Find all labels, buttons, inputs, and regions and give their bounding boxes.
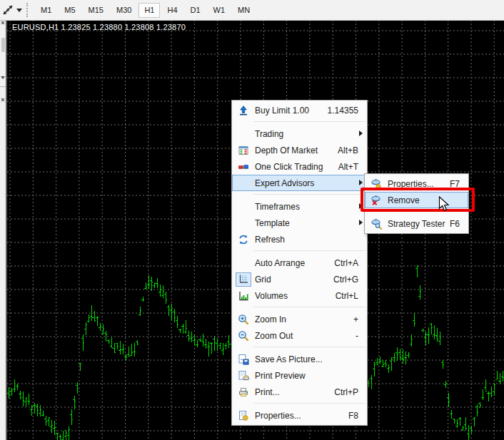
menu-item-label: Buy Limit 1.00: [253, 106, 309, 116]
close-icon[interactable]: ×: [0, 97, 6, 103]
one-click-trading-icon: [233, 161, 253, 173]
toolbar-grip[interactable]: [26, 3, 30, 17]
menu-separator: [386, 211, 467, 212]
print-icon: [233, 387, 253, 398]
chevron-down-icon[interactable]: [1, 76, 5, 79]
menu-item-label: Template: [253, 218, 290, 228]
menu-item-label: Volumes: [253, 291, 288, 301]
menu-item-depth-of-market[interactable]: Depth Of Market Alt+B: [232, 142, 367, 158]
menu-item-shortcut: Ctrl+G: [333, 275, 366, 285]
menu-item-volumes[interactable]: Volumes Ctrl+L: [232, 287, 367, 304]
timeframe-button-w1[interactable]: W1: [208, 3, 231, 18]
buy-limit-icon: [233, 105, 253, 116]
menu-item-value: 1.14355: [328, 106, 366, 116]
menu-separator: [253, 347, 366, 347]
close-icon[interactable]: ×: [0, 20, 6, 26]
ea-tester-icon: [366, 218, 386, 230]
menu-item-shortcut: -: [356, 331, 366, 341]
menu-item-label: Save As Picture...: [253, 354, 323, 364]
zoom-in-icon: [233, 314, 253, 325]
grid-icon: [238, 274, 249, 285]
menu-item-timeframes[interactable]: Timeframes: [232, 198, 367, 215]
menu-item-template[interactable]: Template: [232, 215, 367, 231]
ea-remove-icon: [366, 195, 386, 206]
line-tool-button[interactable]: [0, 3, 25, 17]
expert-advisors-submenu: Properties... F7 Remove Strategy Tester …: [364, 173, 469, 234]
menu-item-label: Grid: [253, 275, 271, 285]
menu-item-expert-advisors[interactable]: Expert Advisors: [232, 175, 367, 191]
menu-item-label: Properties...: [253, 411, 301, 421]
timeframe-button-h1[interactable]: H1: [138, 3, 160, 18]
menu-item-label: Trading: [253, 129, 283, 139]
menu-item-shortcut: Ctrl+L: [336, 291, 366, 301]
chevron-down-icon[interactable]: [16, 9, 22, 12]
submenu-arrow-icon: [359, 220, 363, 225]
menu-separator: [253, 307, 366, 307]
menu-item-save-as-picture[interactable]: Save As Picture...: [232, 351, 367, 367]
checked-icon-frame: [236, 272, 251, 287]
timeframes-toolbar: M1 M5 M15 M30 H1 H4 D1 W1 MN: [0, 0, 504, 21]
menu-separator: [253, 194, 366, 195]
menu-item-label: Print...: [253, 387, 280, 397]
menu-item-label: One Click Trading: [253, 162, 323, 172]
menu-item-zoom-in[interactable]: Zoom In +: [232, 311, 367, 327]
menu-item-label: Refresh: [253, 235, 285, 245]
chart-title: EURUSD,H1 1.23825 1.23880 1.23808 1.2387…: [12, 23, 186, 31]
save-as-picture-icon: [233, 354, 253, 365]
docked-panel-edge: × ×: [0, 20, 7, 440]
menu-item-shortcut: Ctrl+A: [334, 258, 366, 268]
zoom-out-icon: [233, 330, 253, 342]
submenu-arrow-icon: [359, 180, 363, 185]
refresh-icon: [233, 234, 253, 245]
rail-scroll-thumb[interactable]: [1, 38, 5, 52]
submenu-item-ea-remove[interactable]: Remove: [365, 192, 468, 208]
timeframe-button-m5[interactable]: M5: [59, 3, 81, 18]
menu-item-shortcut: F8: [348, 411, 366, 421]
menu-item-shortcut: Alt+B: [338, 145, 366, 155]
menu-item-shortcut: +: [353, 314, 366, 324]
app-window: M1 M5 M15 M30 H1 H4 D1 W1 MN × × EURUSD,…: [0, 0, 504, 440]
menu-item-label: Remove: [386, 195, 420, 205]
menu-item-label: Zoom Out: [253, 331, 293, 341]
timeframe-button-m15[interactable]: M15: [83, 3, 109, 18]
grid-icon-checked: [233, 272, 253, 287]
timeframe-button-h4[interactable]: H4: [161, 3, 183, 18]
menu-item-one-click-trading[interactable]: One Click Trading Alt+T: [232, 158, 367, 175]
menu-item-print-preview[interactable]: Print Preview: [232, 367, 367, 384]
timeframe-button-mn[interactable]: MN: [232, 3, 256, 18]
submenu-arrow-icon: [359, 131, 363, 136]
menu-item-label: Timeframes: [253, 202, 300, 212]
submenu-item-strategy-tester[interactable]: Strategy Tester F6: [365, 215, 468, 232]
timeframe-button-d1[interactable]: D1: [185, 3, 206, 18]
menu-separator: [253, 121, 366, 122]
properties-icon: [233, 410, 253, 421]
menu-item-label: Strategy Tester: [386, 219, 445, 229]
depth-of-market-icon: [233, 145, 253, 156]
menu-item-label: Print Preview: [253, 371, 306, 381]
timeframe-button-m30[interactable]: M30: [111, 3, 137, 18]
menu-item-grid[interactable]: Grid Ctrl+G: [232, 271, 367, 287]
print-preview-icon: [233, 370, 253, 382]
submenu-arrow-icon: [359, 203, 363, 209]
menu-item-print[interactable]: Print... Ctrl+P: [232, 384, 367, 400]
menu-item-shortcut: F7: [450, 179, 467, 189]
menu-item-shortcut: Ctrl+P: [334, 387, 366, 397]
ea-properties-icon: [366, 178, 386, 190]
menu-item-shortcut: F6: [450, 219, 467, 229]
menu-item-properties[interactable]: Properties... F8: [232, 407, 367, 424]
menu-item-refresh[interactable]: Refresh: [232, 231, 367, 247]
timeframe-button-m1[interactable]: M1: [35, 3, 57, 18]
menu-item-label: Zoom In: [253, 314, 286, 324]
menu-separator: [253, 250, 366, 251]
menu-item-shortcut: Alt+T: [338, 162, 366, 172]
volumes-icon: [233, 290, 253, 302]
menu-item-trading[interactable]: Trading: [232, 126, 367, 142]
submenu-item-ea-properties[interactable]: Properties... F7: [365, 175, 468, 192]
menu-item-auto-arrange[interactable]: Auto Arrange Ctrl+A: [232, 255, 367, 271]
menu-item-label: Properties...: [386, 179, 434, 189]
menu-item-zoom-out[interactable]: Zoom Out -: [232, 327, 367, 344]
crosshair-tool-icon: [1, 3, 15, 17]
chart-context-menu: Buy Limit 1.00 1.14355 Trading Depth Of …: [231, 100, 368, 426]
rail-divider: [0, 86, 6, 87]
menu-item-buy-limit[interactable]: Buy Limit 1.00 1.14355: [232, 102, 367, 118]
